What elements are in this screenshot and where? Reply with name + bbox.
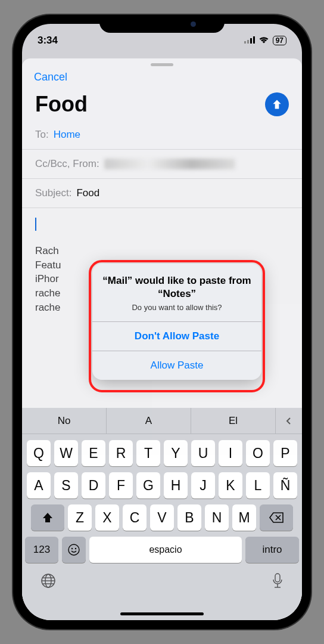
key-v[interactable]: V [150,504,174,531]
emoji-key[interactable] [62,537,86,563]
chevron-left-icon [285,417,293,425]
cc-from-field[interactable]: Cc/Bcc, From: [22,150,302,179]
cancel-button[interactable]: Cancel [34,71,67,83]
body-line: iPhor [35,273,59,284]
subject-field[interactable]: Subject: Food [22,179,302,208]
battery-indicator: 97 [273,36,286,45]
return-key[interactable]: intro [245,537,299,563]
globe-key[interactable] [40,572,57,592]
svg-rect-12 [275,574,280,582]
svg-rect-2 [250,38,252,44]
text-cursor [35,218,36,231]
to-field[interactable]: To: Home [22,120,302,150]
alert-title: “Mail” would like to paste from “Notes” [102,274,252,301]
key-ñ[interactable]: Ñ [273,472,297,499]
alert-message: Do you want to allow this? [102,303,252,312]
key-z[interactable]: Z [68,504,92,531]
svg-rect-0 [244,41,246,44]
dictation-key[interactable] [271,572,284,592]
emoji-icon [67,543,80,556]
wifi-icon [258,35,269,47]
key-a[interactable]: A [27,472,51,499]
key-m[interactable]: M [232,504,256,531]
key-w[interactable]: W [54,440,78,466]
suggestion-bar: No A El [22,408,302,434]
suggestion[interactable]: El [191,408,276,434]
key-x[interactable]: X [95,504,119,531]
key-e[interactable]: E [82,440,105,466]
to-label: To: [35,129,49,141]
globe-icon [40,572,57,589]
key-b[interactable]: B [177,504,201,531]
keyboard: No A El QWERTYUIOP ASDFGHJKLÑ ZXCVBNM 12… [22,408,302,620]
from-value-redacted [104,159,235,169]
key-s[interactable]: S [54,472,78,499]
key-n[interactable]: N [205,504,229,531]
key-k[interactable]: K [219,472,242,499]
dont-allow-paste-button[interactable]: Don't Allow Paste [92,321,261,351]
key-y[interactable]: Y [164,440,188,466]
notch [99,15,225,33]
key-f[interactable]: F [109,472,133,499]
subject-label: Subject: [35,187,71,199]
key-p[interactable]: P [273,440,297,466]
paste-permission-alert: “Mail” would like to paste from “Notes” … [92,264,261,380]
screen: 3:34 97 Cancel Food [22,24,302,620]
key-c[interactable]: C [123,504,147,531]
subject-value: Food [76,187,99,199]
svg-rect-3 [253,36,255,44]
send-button[interactable] [265,92,289,116]
allow-paste-button[interactable]: Allow Paste [92,351,261,380]
key-i[interactable]: I [219,440,242,466]
backspace-icon [269,512,284,523]
key-h[interactable]: H [164,472,188,499]
key-d[interactable]: D [82,472,105,499]
status-time: 3:34 [38,35,58,47]
key-j[interactable]: J [191,472,215,499]
svg-point-4 [68,544,79,555]
key-g[interactable]: G [136,472,160,499]
numbers-key[interactable]: 123 [25,537,58,563]
suggestion[interactable]: A [107,408,191,434]
body-line: rache [35,302,61,313]
key-r[interactable]: R [109,440,133,466]
to-value: Home [54,129,80,141]
microphone-icon [271,572,284,589]
svg-point-6 [75,548,76,549]
body-line: rache [35,287,61,299]
key-l[interactable]: L [246,472,270,499]
backspace-key[interactable] [260,504,293,531]
key-t[interactable]: T [136,440,160,466]
arrow-up-icon [271,98,283,110]
body-line: Rach [35,245,59,256]
collapse-suggestions[interactable] [276,408,302,434]
compose-title: Food [35,92,88,117]
svg-rect-1 [247,40,249,44]
shift-icon [42,512,54,524]
key-q[interactable]: Q [27,440,51,466]
suggestion[interactable]: No [22,408,107,434]
phone-frame: 3:34 97 Cancel Food [13,15,311,629]
svg-point-5 [71,548,73,549]
shift-key[interactable] [31,504,64,531]
signal-icon [244,35,255,47]
space-key[interactable]: espacio [89,537,242,563]
key-u[interactable]: U [191,440,215,466]
body-line: Featu [35,259,61,271]
cc-from-label: Cc/Bcc, From: [35,158,99,170]
key-o[interactable]: O [246,440,270,466]
home-indicator[interactable] [120,612,204,615]
